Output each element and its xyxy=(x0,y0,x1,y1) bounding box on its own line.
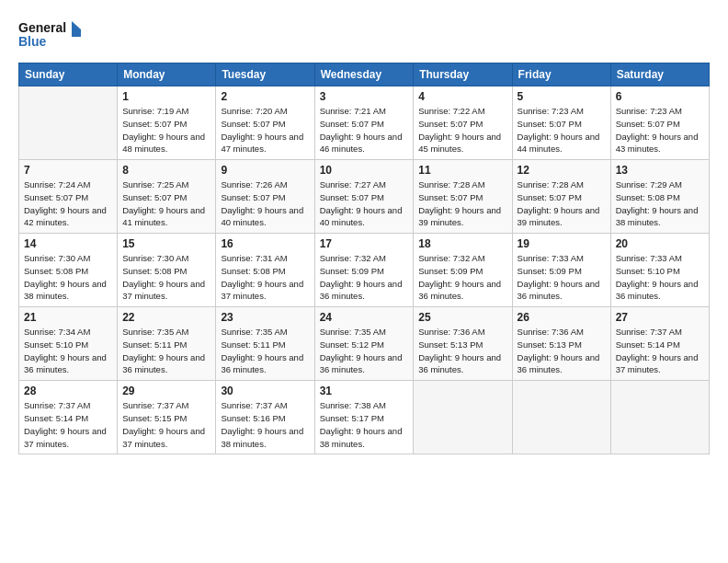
day-info: Sunrise: 7:30 AMSunset: 5:08 PMDaylight:… xyxy=(24,252,112,303)
day-number: 3 xyxy=(320,90,409,103)
day-number: 23 xyxy=(221,311,309,324)
day-number: 2 xyxy=(221,90,309,103)
day-info: Sunrise: 7:23 AMSunset: 5:07 PMDaylight:… xyxy=(518,105,606,155)
day-number: 27 xyxy=(616,311,704,324)
page: GeneralBlue SundayMondayTuesdayWednesday… xyxy=(0,0,728,563)
header: GeneralBlue xyxy=(18,17,710,53)
day-number: 18 xyxy=(418,237,506,250)
svg-rect-3 xyxy=(72,29,81,37)
calendar-cell: 9Sunrise: 7:26 AMSunset: 5:07 PMDaylight… xyxy=(216,160,314,234)
day-info: Sunrise: 7:27 AMSunset: 5:07 PMDaylight:… xyxy=(320,178,409,229)
day-info: Sunrise: 7:28 AMSunset: 5:07 PMDaylight:… xyxy=(418,178,506,229)
calendar-cell xyxy=(610,381,709,454)
day-number: 21 xyxy=(24,311,112,324)
col-header-saturday: Saturday xyxy=(610,63,709,86)
day-number: 7 xyxy=(24,164,112,177)
day-info: Sunrise: 7:33 AMSunset: 5:09 PMDaylight:… xyxy=(518,252,606,303)
day-info: Sunrise: 7:30 AMSunset: 5:08 PMDaylight:… xyxy=(122,252,210,303)
calendar-cell: 7Sunrise: 7:24 AMSunset: 5:07 PMDaylight… xyxy=(19,160,118,234)
day-number: 11 xyxy=(418,164,506,177)
day-info: Sunrise: 7:37 AMSunset: 5:14 PMDaylight:… xyxy=(24,399,112,450)
calendar-cell: 17Sunrise: 7:32 AMSunset: 5:09 PMDayligh… xyxy=(314,234,414,307)
calendar-cell: 4Sunrise: 7:22 AMSunset: 5:07 PMDaylight… xyxy=(414,86,512,160)
calendar-cell: 12Sunrise: 7:28 AMSunset: 5:07 PMDayligh… xyxy=(512,160,610,234)
day-number: 5 xyxy=(518,90,606,103)
calendar-cell: 14Sunrise: 7:30 AMSunset: 5:08 PMDayligh… xyxy=(19,234,118,307)
day-number: 8 xyxy=(122,164,210,177)
calendar-cell: 25Sunrise: 7:36 AMSunset: 5:13 PMDayligh… xyxy=(414,307,512,381)
day-info: Sunrise: 7:25 AMSunset: 5:07 PMDaylight:… xyxy=(122,178,210,229)
calendar-cell: 22Sunrise: 7:35 AMSunset: 5:11 PMDayligh… xyxy=(118,307,216,381)
svg-text:General: General xyxy=(18,20,66,35)
calendar-cell: 11Sunrise: 7:28 AMSunset: 5:07 PMDayligh… xyxy=(414,160,512,234)
day-number: 15 xyxy=(122,237,210,250)
calendar-cell: 3Sunrise: 7:21 AMSunset: 5:07 PMDaylight… xyxy=(314,86,414,160)
calendar-cell: 30Sunrise: 7:37 AMSunset: 5:16 PMDayligh… xyxy=(216,381,314,454)
day-number: 17 xyxy=(320,237,409,250)
day-number: 4 xyxy=(418,90,506,103)
calendar-cell: 8Sunrise: 7:25 AMSunset: 5:07 PMDaylight… xyxy=(118,160,216,234)
day-number: 12 xyxy=(518,164,606,177)
day-info: Sunrise: 7:19 AMSunset: 5:07 PMDaylight:… xyxy=(122,105,210,155)
day-number: 16 xyxy=(221,237,309,250)
calendar-cell xyxy=(512,381,610,454)
col-header-monday: Monday xyxy=(118,63,216,86)
day-info: Sunrise: 7:36 AMSunset: 5:13 PMDaylight:… xyxy=(518,326,606,376)
calendar-cell: 10Sunrise: 7:27 AMSunset: 5:07 PMDayligh… xyxy=(314,160,414,234)
logo-svg: GeneralBlue xyxy=(18,17,83,53)
day-info: Sunrise: 7:32 AMSunset: 5:09 PMDaylight:… xyxy=(418,252,506,303)
calendar-week-4: 21Sunrise: 7:34 AMSunset: 5:10 PMDayligh… xyxy=(19,307,710,381)
day-info: Sunrise: 7:36 AMSunset: 5:13 PMDaylight:… xyxy=(418,326,506,376)
calendar-cell: 18Sunrise: 7:32 AMSunset: 5:09 PMDayligh… xyxy=(414,234,512,307)
calendar-cell: 26Sunrise: 7:36 AMSunset: 5:13 PMDayligh… xyxy=(512,307,610,381)
calendar-cell: 28Sunrise: 7:37 AMSunset: 5:14 PMDayligh… xyxy=(19,381,118,454)
calendar-cell: 13Sunrise: 7:29 AMSunset: 5:08 PMDayligh… xyxy=(610,160,709,234)
calendar-week-1: 1Sunrise: 7:19 AMSunset: 5:07 PMDaylight… xyxy=(19,86,710,160)
day-info: Sunrise: 7:20 AMSunset: 5:07 PMDaylight:… xyxy=(221,105,309,155)
calendar-header-row: SundayMondayTuesdayWednesdayThursdayFrid… xyxy=(19,63,710,86)
day-number: 13 xyxy=(616,164,704,177)
calendar-cell: 16Sunrise: 7:31 AMSunset: 5:08 PMDayligh… xyxy=(216,234,314,307)
day-number: 20 xyxy=(616,237,704,250)
day-number: 30 xyxy=(221,385,309,397)
calendar-cell: 5Sunrise: 7:23 AMSunset: 5:07 PMDaylight… xyxy=(512,86,610,160)
day-number: 29 xyxy=(122,385,210,397)
day-number: 1 xyxy=(122,90,210,103)
day-info: Sunrise: 7:34 AMSunset: 5:10 PMDaylight:… xyxy=(24,326,112,376)
svg-text:Blue: Blue xyxy=(18,34,47,49)
day-number: 24 xyxy=(320,311,409,324)
day-info: Sunrise: 7:28 AMSunset: 5:07 PMDaylight:… xyxy=(518,178,606,229)
calendar-cell: 6Sunrise: 7:23 AMSunset: 5:07 PMDaylight… xyxy=(610,86,709,160)
day-info: Sunrise: 7:24 AMSunset: 5:07 PMDaylight:… xyxy=(24,178,112,229)
calendar-cell: 31Sunrise: 7:38 AMSunset: 5:17 PMDayligh… xyxy=(314,381,414,454)
day-number: 6 xyxy=(616,90,704,103)
day-number: 9 xyxy=(221,164,309,177)
day-info: Sunrise: 7:37 AMSunset: 5:16 PMDaylight:… xyxy=(221,399,309,450)
calendar-cell: 20Sunrise: 7:33 AMSunset: 5:10 PMDayligh… xyxy=(610,234,709,307)
day-number: 14 xyxy=(24,237,112,250)
col-header-sunday: Sunday xyxy=(19,63,118,86)
calendar-cell: 29Sunrise: 7:37 AMSunset: 5:15 PMDayligh… xyxy=(118,381,216,454)
calendar-cell: 23Sunrise: 7:35 AMSunset: 5:11 PMDayligh… xyxy=(216,307,314,381)
col-header-thursday: Thursday xyxy=(414,63,512,86)
day-number: 25 xyxy=(418,311,506,324)
calendar-week-3: 14Sunrise: 7:30 AMSunset: 5:08 PMDayligh… xyxy=(19,234,710,307)
calendar-cell xyxy=(414,381,512,454)
day-number: 26 xyxy=(518,311,606,324)
day-info: Sunrise: 7:21 AMSunset: 5:07 PMDaylight:… xyxy=(320,105,409,155)
svg-marker-2 xyxy=(72,21,81,29)
day-info: Sunrise: 7:29 AMSunset: 5:08 PMDaylight:… xyxy=(616,178,704,229)
day-number: 19 xyxy=(518,237,606,250)
day-info: Sunrise: 7:22 AMSunset: 5:07 PMDaylight:… xyxy=(418,105,506,155)
logo: GeneralBlue xyxy=(18,17,83,53)
calendar-cell: 24Sunrise: 7:35 AMSunset: 5:12 PMDayligh… xyxy=(314,307,414,381)
day-info: Sunrise: 7:33 AMSunset: 5:10 PMDaylight:… xyxy=(616,252,704,303)
calendar-week-5: 28Sunrise: 7:37 AMSunset: 5:14 PMDayligh… xyxy=(19,381,710,454)
day-info: Sunrise: 7:38 AMSunset: 5:17 PMDaylight:… xyxy=(320,399,409,450)
day-info: Sunrise: 7:32 AMSunset: 5:09 PMDaylight:… xyxy=(320,252,409,303)
calendar-cell: 27Sunrise: 7:37 AMSunset: 5:14 PMDayligh… xyxy=(610,307,709,381)
calendar-table: SundayMondayTuesdayWednesdayThursdayFrid… xyxy=(18,63,710,454)
calendar-cell: 1Sunrise: 7:19 AMSunset: 5:07 PMDaylight… xyxy=(118,86,216,160)
calendar-cell: 2Sunrise: 7:20 AMSunset: 5:07 PMDaylight… xyxy=(216,86,314,160)
day-info: Sunrise: 7:37 AMSunset: 5:15 PMDaylight:… xyxy=(122,399,210,450)
